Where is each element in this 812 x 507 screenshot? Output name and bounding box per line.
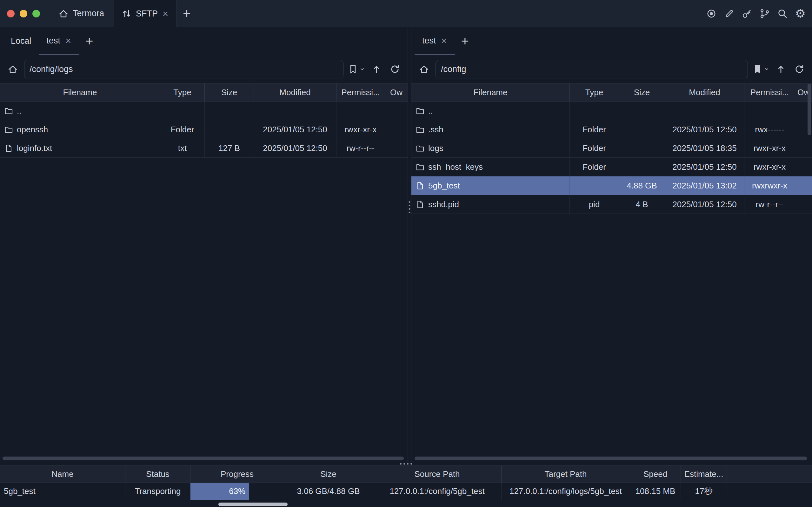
file-modified xyxy=(665,102,744,120)
column-header-status[interactable]: Status xyxy=(125,466,191,483)
file-type xyxy=(570,102,619,120)
transfer-size: 3.06 GB/4.88 GB xyxy=(284,483,373,500)
column-header-type[interactable]: Type xyxy=(570,83,619,101)
chevron-down-icon[interactable] xyxy=(764,66,769,72)
column-header-speed[interactable]: Speed xyxy=(630,466,681,483)
chevron-down-icon[interactable] xyxy=(359,66,365,72)
key-icon[interactable] xyxy=(742,9,752,19)
tab-test-right-close-icon[interactable]: × xyxy=(441,36,447,46)
tab-termora[interactable]: Termora xyxy=(49,0,114,27)
transfer-panel-divider[interactable] xyxy=(0,462,812,466)
column-header-estimate[interactable]: Estimate... xyxy=(681,466,727,483)
new-window-tab-button[interactable]: + xyxy=(177,0,197,27)
file-row-openssh[interactable]: openssh Folder 2025/01/05 12:50 rwxr-xr-… xyxy=(0,120,408,139)
column-header-source-path[interactable]: Source Path xyxy=(373,466,501,483)
column-header-type[interactable]: Type xyxy=(160,83,205,101)
file-name: .ssh xyxy=(428,125,443,134)
column-header-modified[interactable]: Modified xyxy=(254,83,336,101)
right-parent-dir-button[interactable] xyxy=(774,62,788,76)
folder-icon xyxy=(416,125,424,134)
file-row-logs[interactable]: logs Folder 2025/01/05 18:35 rwxr-xr-x xyxy=(412,139,812,158)
file-row-5gb-test-selected[interactable]: 5gb_test 4.88 GB 2025/01/05 13:02 rwxrwx… xyxy=(412,176,812,195)
file-permissions: rw-r--r-- xyxy=(336,139,385,157)
right-bookmark-group[interactable] xyxy=(752,64,769,74)
file-row-parent[interactable]: .. xyxy=(412,102,812,120)
file-size xyxy=(205,102,254,120)
settings-gear-icon[interactable]: ⚙ xyxy=(795,8,806,19)
tab-sftp-close-icon[interactable]: × xyxy=(162,9,169,19)
panel-divider[interactable] xyxy=(408,27,412,462)
column-header-modified[interactable]: Modified xyxy=(665,83,744,101)
tab-test-left-close-icon[interactable]: × xyxy=(65,36,72,46)
local-panel: Local test × + xyxy=(0,27,408,462)
bookmark-icon[interactable] xyxy=(348,64,358,74)
file-type: pid xyxy=(570,195,619,214)
column-header-filename[interactable]: Filename xyxy=(412,83,570,101)
file-row-ssh-host-keys[interactable]: ssh_host_keys Folder 2025/01/05 12:50 rw… xyxy=(412,158,812,176)
file-row-loginfo[interactable]: loginfo.txt txt 127 B 2025/01/05 12:50 r… xyxy=(0,139,408,158)
tab-termora-label: Termora xyxy=(73,9,104,18)
file-row-ssh[interactable]: .ssh Folder 2025/01/05 12:50 rwx------ xyxy=(412,120,812,139)
divider-drag-handle[interactable] xyxy=(400,463,412,465)
left-bookmark-group[interactable] xyxy=(348,64,365,74)
titlebar: Termora SFTP × + ⚙ xyxy=(0,0,812,27)
left-home-button[interactable] xyxy=(6,62,20,76)
column-header-target-path[interactable]: Target Path xyxy=(501,466,630,483)
tab-local[interactable]: Local xyxy=(3,27,39,55)
left-horizontal-scrollbar[interactable] xyxy=(3,457,404,460)
tab-test-right[interactable]: test × xyxy=(415,27,455,55)
transfer-queue: Name Status Progress Size Source Path Ta… xyxy=(0,466,812,507)
left-parent-dir-button[interactable] xyxy=(370,62,383,76)
file-permissions: rw-r--r-- xyxy=(744,195,795,214)
progress-bar-fill: 63% xyxy=(191,483,249,500)
git-branch-icon[interactable] xyxy=(760,9,770,19)
file-size: 4.88 GB xyxy=(619,176,665,195)
right-vertical-scrollbar[interactable] xyxy=(808,84,811,135)
column-header-permissions[interactable]: Permissi... xyxy=(744,83,795,101)
bookmark-filled-icon[interactable] xyxy=(752,64,762,74)
tab-sftp[interactable]: SFTP × xyxy=(114,0,177,27)
right-horizontal-scrollbar[interactable] xyxy=(415,457,807,460)
column-header-size[interactable]: Size xyxy=(205,83,254,101)
file-type: Folder xyxy=(570,139,619,157)
folder-icon xyxy=(4,125,13,134)
transfer-source-path: 127.0.0.1:/config/5gb_test xyxy=(373,483,501,500)
bottom-horizontal-scrollbar[interactable] xyxy=(218,503,287,506)
edit-icon[interactable] xyxy=(724,9,734,19)
column-header-progress[interactable]: Progress xyxy=(191,466,284,483)
transfer-arrows-icon xyxy=(121,9,132,19)
column-header-size[interactable]: Size xyxy=(284,466,373,483)
file-name: loginfo.txt xyxy=(17,144,52,153)
file-modified: 2025/01/05 13:02 xyxy=(665,176,744,195)
column-header-name[interactable]: Name xyxy=(0,466,125,483)
file-owner xyxy=(795,195,812,214)
divider-drag-handle[interactable] xyxy=(409,201,411,213)
zoom-window-button[interactable] xyxy=(33,10,40,17)
right-home-button[interactable] xyxy=(417,62,431,76)
file-permissions: rwxr-xr-x xyxy=(744,139,795,157)
right-refresh-button[interactable] xyxy=(792,62,806,76)
minimize-window-button[interactable] xyxy=(20,10,27,17)
tab-sftp-label: SFTP xyxy=(136,9,158,19)
right-pathbar xyxy=(412,55,812,83)
file-row-sshd-pid[interactable]: sshd.pid pid 4 B 2025/01/05 12:50 rw-r--… xyxy=(412,195,812,214)
left-new-tab-button[interactable]: + xyxy=(79,27,99,55)
left-path-input[interactable] xyxy=(24,60,343,78)
titlebar-actions: ⚙ xyxy=(706,0,812,27)
column-header-permissions[interactable]: Permissi... xyxy=(336,83,385,101)
transfer-row-5gb-test[interactable]: 5gb_test Transporting 63% 3.06 GB/4.88 G… xyxy=(0,483,812,500)
left-refresh-button[interactable] xyxy=(388,62,402,76)
transfer-filler xyxy=(727,483,812,500)
search-icon[interactable] xyxy=(777,9,788,19)
column-header-size[interactable]: Size xyxy=(619,83,665,101)
tab-test-left-label: test xyxy=(47,36,61,46)
file-type: Folder xyxy=(570,120,619,138)
column-header-filename[interactable]: Filename xyxy=(0,83,160,101)
record-icon[interactable] xyxy=(706,9,716,19)
right-new-tab-button[interactable]: + xyxy=(455,27,475,55)
file-row-parent[interactable]: .. xyxy=(0,102,408,120)
column-header-owner[interactable]: Ow xyxy=(385,83,408,101)
close-window-button[interactable] xyxy=(7,10,15,17)
tab-test-left[interactable]: test × xyxy=(39,27,80,55)
right-path-input[interactable] xyxy=(436,60,748,78)
